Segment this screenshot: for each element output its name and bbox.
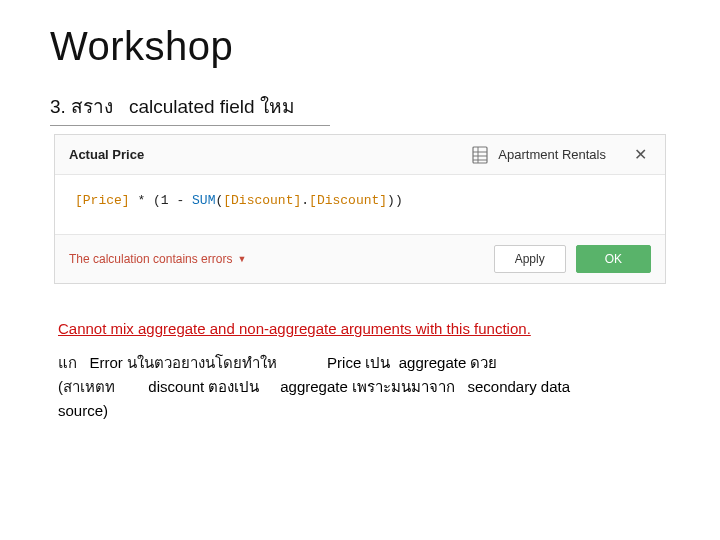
formula-token-dot: . [301, 193, 309, 208]
step-suffix: ใหม [260, 96, 295, 117]
formula-token-func: SUM [192, 193, 215, 208]
field-name-input[interactable]: Actual Price [69, 147, 462, 162]
t5: aggregate ดวย [399, 354, 498, 371]
ok-button[interactable]: OK [576, 245, 651, 273]
error-message[interactable]: The calculation contains errors ▼ [69, 252, 484, 266]
t3: นในตวอยางนโดยทำให [127, 354, 277, 371]
t7: discount ตองเปน [148, 378, 259, 395]
t2: Error [90, 354, 123, 371]
step-mid: calculated field [129, 96, 255, 117]
formula-token-field: [Discount] [223, 193, 301, 208]
formula-token-paren: (1 - [153, 193, 192, 208]
t9: secondary data [467, 378, 570, 395]
t8: aggregate เพราะมนมาจาก [280, 378, 455, 395]
svg-rect-0 [473, 147, 487, 163]
calculated-field-dialog: Actual Price Apartment Rentals ✕ [Price]… [54, 134, 666, 284]
t6: (สาเหตท [58, 378, 115, 395]
explanation: แก Error นในตวอยางนโดยทำให Price เปน agg… [58, 351, 662, 423]
close-icon[interactable]: ✕ [630, 145, 651, 164]
formula-token-paren: )) [387, 193, 403, 208]
step-prefix: 3. สราง [50, 96, 113, 117]
dialog-header: Actual Price Apartment Rentals ✕ [55, 135, 665, 175]
formula-token-field: [Price] [75, 193, 130, 208]
datasource-name[interactable]: Apartment Rentals [498, 147, 606, 162]
error-text: The calculation contains errors [69, 252, 232, 266]
notes-block: Cannot mix aggregate and non-aggregate a… [50, 320, 670, 423]
formula-token-field: [Discount] [309, 193, 387, 208]
slide-title: Workshop [50, 24, 670, 69]
formula-editor[interactable]: [Price] * (1 - SUM([Discount].[Discount]… [55, 175, 665, 235]
apply-button[interactable]: Apply [494, 245, 566, 273]
datasource-icon [472, 146, 488, 164]
chevron-down-icon: ▼ [237, 254, 246, 264]
detailed-error: Cannot mix aggregate and non-aggregate a… [58, 320, 662, 337]
t1: แก [58, 354, 77, 371]
step-line: 3. สราง calculated field ใหม [50, 91, 330, 126]
t10: source) [58, 402, 108, 419]
formula-token-op: * [130, 193, 153, 208]
t4: Price เปน [327, 354, 390, 371]
dialog-footer: The calculation contains errors ▼ Apply … [55, 235, 665, 283]
